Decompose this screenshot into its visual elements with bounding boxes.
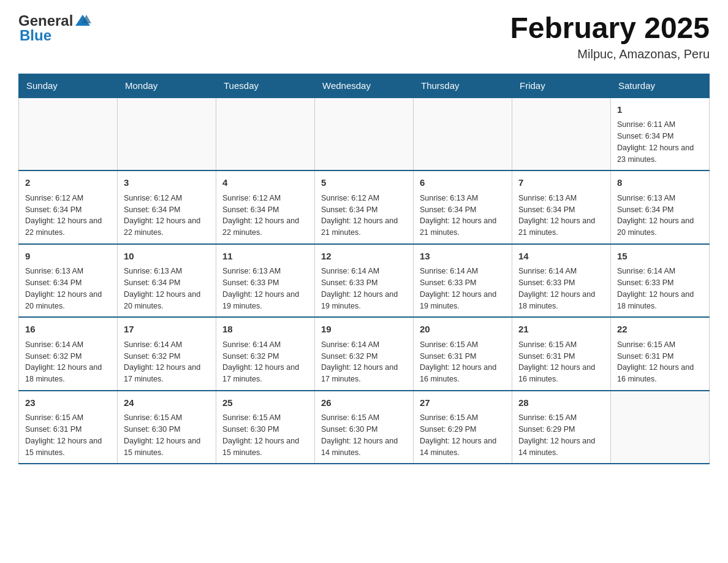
logo-blue-text: Blue <box>20 27 51 44</box>
day-info: Sunrise: 6:14 AMSunset: 6:32 PMDaylight:… <box>124 339 210 385</box>
day-info: Sunrise: 6:15 AMSunset: 6:31 PMDaylight:… <box>518 339 604 385</box>
day-number: 15 <box>617 250 703 264</box>
calendar-cell: 6Sunrise: 6:13 AMSunset: 6:34 PMDaylight… <box>414 170 512 244</box>
day-number: 25 <box>222 396 308 410</box>
calendar-cell: 17Sunrise: 6:14 AMSunset: 6:32 PMDayligh… <box>118 317 216 391</box>
day-number: 11 <box>222 250 308 264</box>
calendar-week-row: 16Sunrise: 6:14 AMSunset: 6:32 PMDayligh… <box>19 317 710 391</box>
calendar-cell <box>414 98 512 171</box>
day-info: Sunrise: 6:13 AMSunset: 6:34 PMDaylight:… <box>617 193 703 239</box>
day-number: 28 <box>518 396 604 410</box>
calendar-cell: 12Sunrise: 6:14 AMSunset: 6:33 PMDayligh… <box>315 244 414 318</box>
day-number: 1 <box>617 103 703 117</box>
day-info: Sunrise: 6:13 AMSunset: 6:34 PMDaylight:… <box>518 193 604 239</box>
weekday-header-sunday: Sunday <box>19 74 118 98</box>
day-number: 5 <box>321 176 407 190</box>
day-number: 9 <box>25 250 111 264</box>
page-header: General Blue February 2025 Milpuc, Amazo… <box>18 12 710 61</box>
calendar-table: SundayMondayTuesdayWednesdayThursdayFrid… <box>18 74 710 465</box>
calendar-cell: 24Sunrise: 6:15 AMSunset: 6:30 PMDayligh… <box>118 391 216 464</box>
calendar-cell: 7Sunrise: 6:13 AMSunset: 6:34 PMDaylight… <box>512 170 611 244</box>
day-info: Sunrise: 6:13 AMSunset: 6:34 PMDaylight:… <box>420 193 506 239</box>
calendar-week-row: 1Sunrise: 6:11 AMSunset: 6:34 PMDaylight… <box>19 98 710 171</box>
logo-icon <box>74 12 91 29</box>
calendar-week-row: 23Sunrise: 6:15 AMSunset: 6:31 PMDayligh… <box>19 391 710 464</box>
day-info: Sunrise: 6:15 AMSunset: 6:31 PMDaylight:… <box>617 339 703 385</box>
weekday-header-friday: Friday <box>512 74 611 98</box>
calendar-cell <box>19 98 118 171</box>
day-info: Sunrise: 6:15 AMSunset: 6:30 PMDaylight:… <box>124 412 210 458</box>
calendar-cell <box>118 98 216 171</box>
calendar-week-row: 2Sunrise: 6:12 AMSunset: 6:34 PMDaylight… <box>19 170 710 244</box>
calendar-cell: 20Sunrise: 6:15 AMSunset: 6:31 PMDayligh… <box>414 317 512 391</box>
calendar-cell: 2Sunrise: 6:12 AMSunset: 6:34 PMDaylight… <box>19 170 118 244</box>
calendar-cell: 4Sunrise: 6:12 AMSunset: 6:34 PMDaylight… <box>216 170 315 244</box>
day-number: 2 <box>25 176 111 190</box>
calendar-cell: 21Sunrise: 6:15 AMSunset: 6:31 PMDayligh… <box>512 317 611 391</box>
day-info: Sunrise: 6:13 AMSunset: 6:33 PMDaylight:… <box>222 266 308 312</box>
day-number: 18 <box>222 323 308 337</box>
calendar-cell <box>315 98 414 171</box>
calendar-cell: 23Sunrise: 6:15 AMSunset: 6:31 PMDayligh… <box>19 391 118 464</box>
day-info: Sunrise: 6:12 AMSunset: 6:34 PMDaylight:… <box>25 193 111 239</box>
day-number: 8 <box>617 176 703 190</box>
calendar-cell: 13Sunrise: 6:14 AMSunset: 6:33 PMDayligh… <box>414 244 512 318</box>
calendar-cell: 26Sunrise: 6:15 AMSunset: 6:30 PMDayligh… <box>315 391 414 464</box>
day-info: Sunrise: 6:15 AMSunset: 6:30 PMDaylight:… <box>321 412 407 458</box>
day-number: 7 <box>518 176 604 190</box>
calendar-cell: 18Sunrise: 6:14 AMSunset: 6:32 PMDayligh… <box>216 317 315 391</box>
calendar-cell: 10Sunrise: 6:13 AMSunset: 6:34 PMDayligh… <box>118 244 216 318</box>
calendar-cell: 1Sunrise: 6:11 AMSunset: 6:34 PMDaylight… <box>611 98 710 171</box>
calendar-cell: 19Sunrise: 6:14 AMSunset: 6:32 PMDayligh… <box>315 317 414 391</box>
weekday-header-saturday: Saturday <box>611 74 710 98</box>
day-number: 6 <box>420 176 506 190</box>
day-info: Sunrise: 6:12 AMSunset: 6:34 PMDaylight:… <box>124 193 210 239</box>
month-title: February 2025 <box>510 12 710 45</box>
day-number: 23 <box>25 396 111 410</box>
calendar-cell: 5Sunrise: 6:12 AMSunset: 6:34 PMDaylight… <box>315 170 414 244</box>
calendar-cell: 15Sunrise: 6:14 AMSunset: 6:33 PMDayligh… <box>611 244 710 318</box>
day-number: 13 <box>420 250 506 264</box>
calendar-cell: 3Sunrise: 6:12 AMSunset: 6:34 PMDaylight… <box>118 170 216 244</box>
title-section: February 2025 Milpuc, Amazonas, Peru <box>510 12 710 61</box>
day-number: 20 <box>420 323 506 337</box>
day-number: 4 <box>222 176 308 190</box>
calendar-cell: 14Sunrise: 6:14 AMSunset: 6:33 PMDayligh… <box>512 244 611 318</box>
weekday-header-wednesday: Wednesday <box>315 74 414 98</box>
day-info: Sunrise: 6:15 AMSunset: 6:29 PMDaylight:… <box>518 412 604 458</box>
weekday-header-tuesday: Tuesday <box>216 74 315 98</box>
day-number: 24 <box>124 396 210 410</box>
calendar-cell: 8Sunrise: 6:13 AMSunset: 6:34 PMDaylight… <box>611 170 710 244</box>
day-info: Sunrise: 6:15 AMSunset: 6:30 PMDaylight:… <box>222 412 308 458</box>
weekday-header-row: SundayMondayTuesdayWednesdayThursdayFrid… <box>19 74 710 98</box>
calendar-cell: 16Sunrise: 6:14 AMSunset: 6:32 PMDayligh… <box>19 317 118 391</box>
day-info: Sunrise: 6:12 AMSunset: 6:34 PMDaylight:… <box>222 193 308 239</box>
day-info: Sunrise: 6:14 AMSunset: 6:33 PMDaylight:… <box>321 266 407 312</box>
calendar-week-row: 9Sunrise: 6:13 AMSunset: 6:34 PMDaylight… <box>19 244 710 318</box>
day-number: 10 <box>124 250 210 264</box>
day-info: Sunrise: 6:15 AMSunset: 6:29 PMDaylight:… <box>420 412 506 458</box>
day-number: 21 <box>518 323 604 337</box>
day-info: Sunrise: 6:14 AMSunset: 6:32 PMDaylight:… <box>25 339 111 385</box>
calendar-cell: 11Sunrise: 6:13 AMSunset: 6:33 PMDayligh… <box>216 244 315 318</box>
day-number: 27 <box>420 396 506 410</box>
logo: General Blue <box>18 12 93 44</box>
weekday-header-monday: Monday <box>118 74 216 98</box>
calendar-cell: 25Sunrise: 6:15 AMSunset: 6:30 PMDayligh… <box>216 391 315 464</box>
day-info: Sunrise: 6:13 AMSunset: 6:34 PMDaylight:… <box>124 266 210 312</box>
calendar-cell: 22Sunrise: 6:15 AMSunset: 6:31 PMDayligh… <box>611 317 710 391</box>
calendar-cell <box>611 391 710 464</box>
calendar-cell <box>216 98 315 171</box>
day-info: Sunrise: 6:14 AMSunset: 6:33 PMDaylight:… <box>617 266 703 312</box>
day-info: Sunrise: 6:13 AMSunset: 6:34 PMDaylight:… <box>25 266 111 312</box>
day-number: 12 <box>321 250 407 264</box>
day-info: Sunrise: 6:14 AMSunset: 6:32 PMDaylight:… <box>321 339 407 385</box>
day-number: 3 <box>124 176 210 190</box>
calendar-cell: 27Sunrise: 6:15 AMSunset: 6:29 PMDayligh… <box>414 391 512 464</box>
calendar-cell <box>512 98 611 171</box>
day-number: 19 <box>321 323 407 337</box>
day-info: Sunrise: 6:14 AMSunset: 6:33 PMDaylight:… <box>518 266 604 312</box>
day-info: Sunrise: 6:14 AMSunset: 6:33 PMDaylight:… <box>420 266 506 312</box>
day-number: 26 <box>321 396 407 410</box>
day-number: 16 <box>25 323 111 337</box>
